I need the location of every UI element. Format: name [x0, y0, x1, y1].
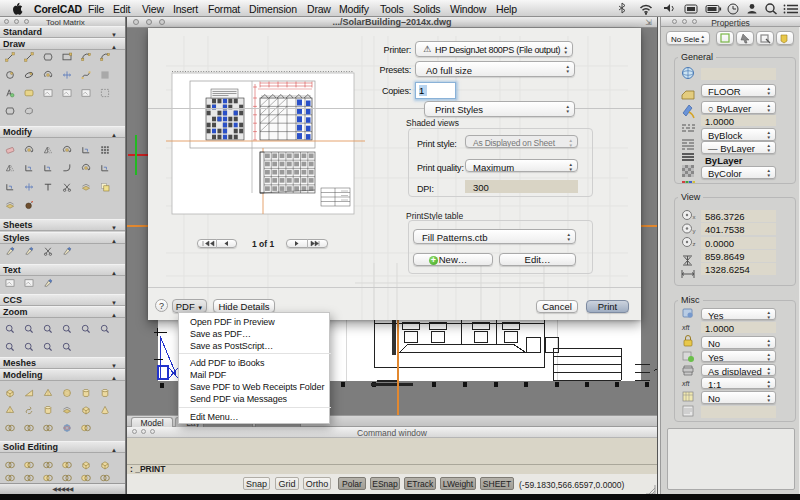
svg-text:x: x: [693, 214, 696, 220]
svg-text:xft: xft: [681, 380, 690, 387]
svg-text:y: y: [693, 228, 696, 234]
svg-text:z: z: [693, 241, 696, 247]
svg-text:xft: xft: [681, 324, 690, 331]
